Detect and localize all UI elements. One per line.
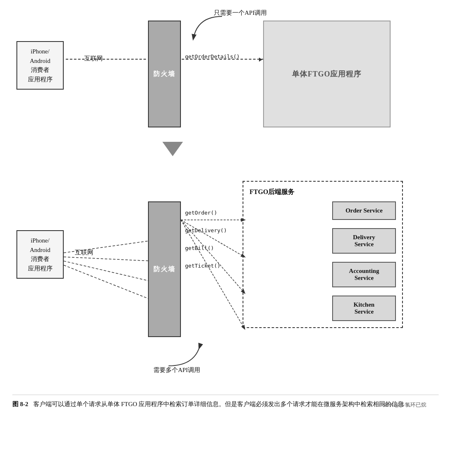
svg-line-7 (181, 220, 245, 329)
service-arrows-svg: .sline { stroke:#333; stroke-width:1.5; … (181, 208, 253, 347)
accounting-service-box: AccountingService (332, 262, 396, 287)
arrow-to-monolith (182, 59, 264, 60)
top-half: 只需要一个API调用 iPhone/ Android 消费者 应用程序 互联网 (12, 8, 439, 140)
svg-line-3 (64, 265, 152, 300)
monolith-label: 单体FTGO应用程序 (292, 69, 361, 79)
svg-line-5 (181, 220, 245, 257)
api-arrow-svg (189, 8, 255, 45)
svg-line-1 (64, 257, 152, 261)
iphone-line2: Android (30, 58, 51, 64)
down-arrow-container (12, 140, 439, 164)
kitchen-service-box: KitchenService (332, 296, 396, 321)
needs-multi-label: 需要多个API调用 (136, 366, 218, 374)
firewall-label-bottom: 防火墙 (153, 265, 176, 274)
needs-multi-text: 需要多个API调用 (153, 367, 200, 373)
svg-line-0 (64, 240, 152, 253)
bottom-arrow-svg (127, 341, 210, 370)
bottom-half: iPhone/ Android 消费者 应用程序 互联网 .dline { st… (12, 169, 439, 386)
iphone-line4: 应用程序 (28, 76, 53, 83)
iphone-box-top: iPhone/ Android 消费者 应用程序 (16, 41, 64, 90)
iphone-b-line1: iPhone/ (31, 237, 50, 244)
caption-label: 图 8-2 (12, 399, 28, 410)
caption-text: 客户端可以通过单个请求从单体 FTGO 应用程序中检索订单详细信息。但是客户端必… (33, 399, 404, 410)
svg-line-2 (64, 261, 152, 282)
down-arrow-icon (162, 142, 183, 156)
firewall-box-bottom: 防火墙 (148, 201, 181, 337)
monolith-box: 单体FTGO应用程序 (263, 21, 391, 127)
multi-lines-svg: .dline { stroke: #333; stroke-width:1.5;… (64, 232, 152, 306)
firewall-box-top: 防火墙 (148, 21, 181, 127)
svg-line-6 (181, 220, 245, 293)
iphone-b-line4: 应用程序 (28, 265, 53, 272)
ftgo-title: FTGO后端服务 (250, 188, 396, 196)
order-service-box: Order Service (332, 201, 396, 220)
iphone-line3: 消费者 (31, 67, 49, 73)
arrow-line-top (66, 59, 146, 60)
delivery-service-box: DeliveryService (332, 228, 396, 254)
iphone-b-line2: Android (30, 247, 51, 253)
internet-text-top: 互联网 (84, 55, 103, 62)
caption: 图 8-2 客户端可以通过单个请求从单体 FTGO 应用程序中检索订单详细信息。… (12, 395, 439, 410)
iphone-line1: iPhone/ (31, 48, 50, 55)
ftgo-container: FTGO后端服务 Order Service DeliveryService A… (243, 181, 403, 328)
csdn-label: CSDN @多氯环已烷 (379, 400, 426, 409)
iphone-b-line3: 消费者 (31, 256, 49, 262)
diagram-container: 只需要一个API调用 iPhone/ Android 消费者 应用程序 互联网 (12, 8, 439, 410)
iphone-box-bottom: iPhone/ Android 消费者 应用程序 (16, 230, 64, 279)
firewall-label-top: 防火墙 (153, 70, 176, 79)
